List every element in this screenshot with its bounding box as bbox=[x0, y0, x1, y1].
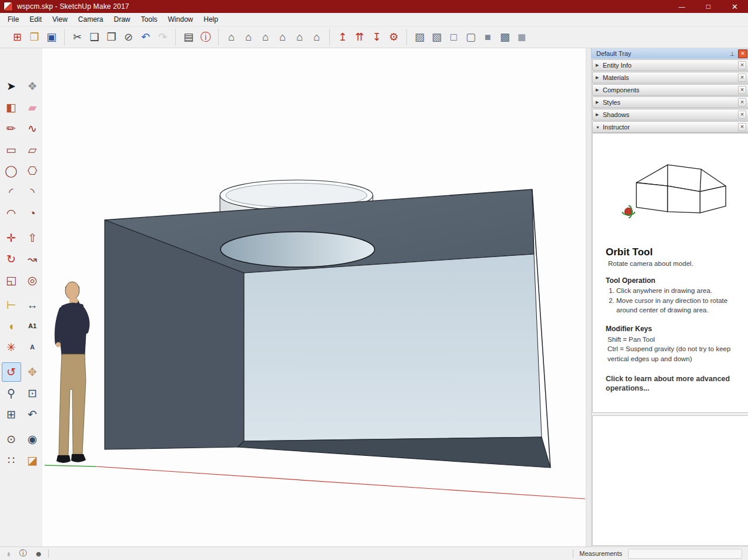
tool-zoom-extents[interactable]: ⊞ bbox=[2, 405, 21, 424]
tool-look-around[interactable]: ◉ bbox=[23, 429, 42, 449]
tool-3d-text[interactable]: A bbox=[23, 338, 42, 357]
tool-previous[interactable]: ↶ bbox=[23, 405, 42, 424]
section-close-icon[interactable]: × bbox=[738, 74, 746, 82]
scale-figure[interactable] bbox=[56, 282, 87, 463]
tool-push-pull[interactable]: ⇧ bbox=[23, 228, 42, 248]
tool-protractor[interactable]: ◖ bbox=[2, 316, 21, 336]
tool-rectangle[interactable]: ▭ bbox=[2, 140, 21, 159]
tool-tape-measure[interactable]: ⊢ bbox=[2, 295, 21, 315]
save-file-icon[interactable]: ▣ bbox=[43, 29, 60, 46]
tool-position-camera[interactable]: ⊙ bbox=[2, 429, 21, 449]
sign-in-icon[interactable]: ☻ bbox=[35, 549, 43, 558]
advanced-operations-link[interactable]: Click to learn about more advanced opera… bbox=[606, 374, 739, 394]
iso-view-icon[interactable]: ⌂ bbox=[223, 29, 240, 46]
model-viewport[interactable] bbox=[42, 48, 586, 548]
drawing-area[interactable] bbox=[42, 48, 586, 546]
tray-close-icon[interactable]: ✕ bbox=[738, 49, 747, 58]
section-close-icon[interactable]: × bbox=[738, 61, 746, 69]
tray-section-materials[interactable]: ▶Materials× bbox=[592, 72, 748, 84]
minimize-button[interactable]: — bbox=[669, 0, 695, 13]
tool-axes[interactable]: ✳ bbox=[2, 338, 21, 357]
section-close-icon[interactable]: × bbox=[738, 86, 746, 94]
new-document-icon[interactable]: ⊞ bbox=[9, 29, 26, 46]
tool-section-plane[interactable]: ◪ bbox=[23, 451, 42, 470]
menu-edit[interactable]: Edit bbox=[24, 14, 47, 25]
back-view-icon[interactable]: ⌂ bbox=[291, 29, 308, 46]
tool-make-component[interactable]: ❖ bbox=[23, 76, 42, 96]
tool-freehand[interactable]: ∿ bbox=[23, 119, 42, 138]
right-view-icon[interactable]: ⌂ bbox=[274, 29, 291, 46]
tray-splitter[interactable] bbox=[586, 48, 591, 546]
print-icon[interactable]: ▤ bbox=[180, 29, 197, 46]
top-hole[interactable] bbox=[221, 232, 375, 267]
menu-help[interactable]: Help bbox=[198, 14, 223, 25]
tool-polygon[interactable]: ⎔ bbox=[23, 161, 42, 181]
tool-select[interactable]: ➤ bbox=[2, 76, 21, 96]
section-close-icon[interactable]: × bbox=[738, 111, 746, 119]
menu-draw[interactable]: Draw bbox=[109, 14, 136, 25]
credits-icon[interactable]: ⓘ bbox=[19, 548, 27, 559]
paste-icon[interactable]: ❒ bbox=[103, 29, 120, 46]
menu-window[interactable]: Window bbox=[163, 14, 199, 25]
top-view-icon[interactable]: ⌂ bbox=[240, 29, 257, 46]
back-wall[interactable] bbox=[244, 254, 542, 441]
undo-icon[interactable]: ↶ bbox=[137, 29, 154, 46]
cut-icon[interactable]: ✂ bbox=[69, 29, 86, 46]
menu-file[interactable]: File bbox=[2, 14, 24, 25]
measurements-input[interactable] bbox=[628, 549, 742, 559]
hidden-line-style-icon[interactable]: ▢ bbox=[462, 29, 479, 46]
left-view-icon[interactable]: ⌂ bbox=[308, 29, 325, 46]
erase-icon[interactable]: ⊘ bbox=[120, 29, 137, 46]
tool-circle[interactable]: ◯ bbox=[2, 161, 21, 181]
tool-pie[interactable]: ◔ bbox=[23, 204, 42, 223]
tool-text[interactable]: A1 bbox=[23, 316, 42, 336]
tool-two-point-arc[interactable]: ◝ bbox=[23, 182, 42, 202]
tray-section-components[interactable]: ▶Components× bbox=[592, 84, 748, 96]
open-file-icon[interactable]: ❐ bbox=[26, 29, 43, 46]
tray-section-shadows[interactable]: ▶Shadows× bbox=[592, 109, 748, 121]
menu-camera[interactable]: Camera bbox=[73, 14, 109, 25]
tool-rotated-rectangle[interactable]: ▱ bbox=[23, 140, 42, 159]
tool-zoom[interactable]: ⚲ bbox=[2, 384, 21, 403]
close-button[interactable]: ✕ bbox=[722, 0, 748, 13]
front-view-icon[interactable]: ⌂ bbox=[257, 29, 274, 46]
shaded-textures-style-icon[interactable]: ▩ bbox=[496, 29, 513, 46]
tool-line[interactable]: ✏ bbox=[2, 119, 21, 138]
back-edges-style-icon[interactable]: ▧ bbox=[428, 29, 445, 46]
tool-pan[interactable]: ✥ bbox=[23, 362, 42, 382]
menu-tools[interactable]: Tools bbox=[136, 14, 163, 25]
tool-three-point-arc[interactable]: ◠ bbox=[2, 204, 21, 223]
wireframe-style-icon[interactable]: □ bbox=[445, 29, 462, 46]
maximize-button[interactable]: □ bbox=[695, 0, 722, 13]
share-model-icon[interactable]: ↥ bbox=[334, 29, 351, 46]
tool-rotate[interactable]: ↻ bbox=[2, 249, 21, 269]
tray-section-instructor[interactable]: ▼Instructor× bbox=[592, 121, 748, 133]
tool-walk[interactable]: ∷ bbox=[2, 451, 21, 470]
copy-icon[interactable]: ❑ bbox=[86, 29, 103, 46]
shaded-style-icon[interactable]: ■ bbox=[479, 29, 496, 46]
share-component-icon[interactable]: ⇈ bbox=[351, 29, 368, 46]
pin-icon[interactable]: ⊥ bbox=[728, 51, 736, 57]
xray-style-icon[interactable]: ▨ bbox=[411, 29, 428, 46]
tool-orbit[interactable]: ↺ bbox=[2, 362, 21, 382]
section-close-icon[interactable]: × bbox=[738, 123, 746, 131]
geolocation-icon[interactable]: ♁ bbox=[6, 549, 12, 558]
tool-move[interactable]: ✛ bbox=[2, 228, 21, 248]
tool-follow-me[interactable]: ↝ bbox=[23, 249, 42, 269]
tool-scale[interactable]: ◱ bbox=[2, 271, 21, 290]
tool-arc[interactable]: ◜ bbox=[2, 182, 21, 202]
tool-dimension[interactable]: ↔ bbox=[23, 295, 42, 315]
menu-view[interactable]: View bbox=[47, 14, 73, 25]
tray-section-styles[interactable]: ▶Styles× bbox=[592, 96, 748, 108]
get-models-icon[interactable]: ↧ bbox=[368, 29, 385, 46]
tool-eraser[interactable]: ▰ bbox=[23, 98, 42, 117]
tray-section-entity-info[interactable]: ▶Entity Info× bbox=[592, 59, 748, 71]
redo-icon[interactable]: ↷ bbox=[154, 29, 171, 46]
section-close-icon[interactable]: × bbox=[738, 98, 746, 106]
model-info-icon[interactable]: ⓘ bbox=[197, 29, 214, 46]
tool-offset[interactable]: ◎ bbox=[23, 271, 42, 290]
extension-warehouse-icon[interactable]: ⚙ bbox=[385, 29, 402, 46]
tool-zoom-window[interactable]: ⊡ bbox=[23, 384, 42, 403]
tool-paint-bucket[interactable]: ◧ bbox=[2, 98, 21, 117]
floor-face[interactable] bbox=[238, 437, 550, 468]
